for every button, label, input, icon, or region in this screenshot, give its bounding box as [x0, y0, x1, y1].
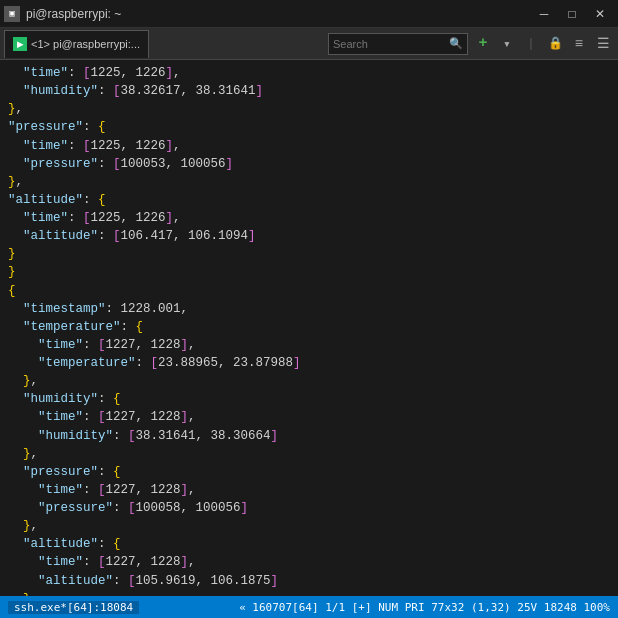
- terminal-line: {: [8, 282, 610, 300]
- terminal-line: "pressure": [100053, 100056]: [8, 155, 610, 173]
- close-button[interactable]: ✕: [586, 0, 614, 28]
- status-bar: ssh.exe*[64]:18084 « 160707[64] 1/1 [+] …: [0, 596, 618, 618]
- terminal-line: "humidity": [38.31641, 38.30664]: [8, 427, 610, 445]
- window-controls[interactable]: ─ □ ✕: [530, 0, 614, 28]
- terminal-line: "temperature": {: [8, 318, 610, 336]
- terminal-line: "time": [1227, 1228],: [8, 481, 610, 499]
- terminal-line: "time": [1227, 1228],: [8, 553, 610, 571]
- terminal-line: "pressure": [100058, 100056]: [8, 499, 610, 517]
- terminal-line: "time": [1225, 1226],: [8, 209, 610, 227]
- search-icon[interactable]: 🔍: [449, 37, 463, 50]
- search-box[interactable]: 🔍: [328, 33, 468, 55]
- minimize-button[interactable]: ─: [530, 0, 558, 28]
- title-bar-left: ▣ pi@raspberrypi: ~: [4, 6, 121, 22]
- terminal-line: }: [8, 245, 610, 263]
- terminal-line: },: [8, 445, 610, 463]
- dropdown-button[interactable]: ▾: [496, 33, 518, 55]
- process-info: ssh.exe*[64]:18084: [8, 601, 139, 614]
- terminal-line: "altitude": [105.9619, 106.1875]: [8, 572, 610, 590]
- terminal-line: "temperature": [23.88965, 23.87988]: [8, 354, 610, 372]
- title-bar: ▣ pi@raspberrypi: ~ ─ □ ✕: [0, 0, 618, 28]
- terminal-line: "timestamp": 1228.001,: [8, 300, 610, 318]
- terminal-line: "pressure": {: [8, 118, 610, 136]
- terminal-line: "pressure": {: [8, 463, 610, 481]
- settings-icon[interactable]: ≡: [568, 33, 590, 55]
- terminal-tab[interactable]: ▶ <1> pi@raspberrypi:...: [4, 30, 149, 58]
- toolbar-icons: + ▾ | 🔒 ≡ ☰: [472, 33, 614, 55]
- terminal-line: },: [8, 517, 610, 535]
- add-button[interactable]: +: [472, 33, 494, 55]
- search-input[interactable]: [333, 38, 449, 50]
- terminal-line: },: [8, 372, 610, 390]
- toolbar: ▶ <1> pi@raspberrypi:... 🔍 + ▾ | 🔒 ≡ ☰: [0, 28, 618, 60]
- terminal-line: "time": [1225, 1226],: [8, 64, 610, 82]
- terminal-line: "altitude": {: [8, 535, 610, 553]
- app-icon: ▣: [4, 6, 20, 22]
- tab-icon: ▶: [13, 37, 27, 51]
- terminal-line: },: [8, 100, 610, 118]
- terminal-line: },: [8, 173, 610, 191]
- maximize-button[interactable]: □: [558, 0, 586, 28]
- terminal-line: "time": [1227, 1228],: [8, 408, 610, 426]
- terminal-content[interactable]: "time": [1225, 1226], "humidity": [38.32…: [0, 60, 618, 596]
- separator: |: [520, 33, 542, 55]
- status-info: « 160707[64] 1/1 [+] NUM PRI 77x32 (1,32…: [239, 601, 610, 614]
- terminal-line: }: [8, 263, 610, 281]
- terminal-line: "humidity": {: [8, 390, 610, 408]
- window-title: pi@raspberrypi: ~: [26, 7, 121, 21]
- lock-icon[interactable]: 🔒: [544, 33, 566, 55]
- terminal-line: "humidity": [38.32617, 38.31641]: [8, 82, 610, 100]
- terminal-line: "altitude": {: [8, 191, 610, 209]
- menu-icon[interactable]: ☰: [592, 33, 614, 55]
- terminal-line: "time": [1225, 1226],: [8, 137, 610, 155]
- tab-label: <1> pi@raspberrypi:...: [31, 38, 140, 50]
- terminal-line: "time": [1227, 1228],: [8, 336, 610, 354]
- terminal-line: "altitude": [106.417, 106.1094]: [8, 227, 610, 245]
